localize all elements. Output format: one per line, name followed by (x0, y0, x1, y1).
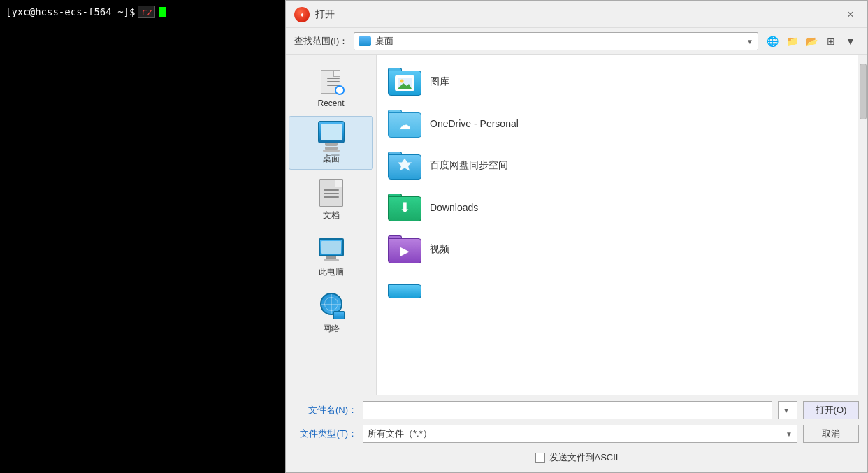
computer-base (324, 259, 339, 261)
ascii-checkbox-label: 发送文件到ASCII (549, 451, 619, 464)
onedrive-folder-graphic: ☁ (388, 110, 421, 138)
network-equator (321, 304, 341, 305)
terminal-prompt-text: [yxc@hcss-ecs-f564 ~]$ (6, 6, 135, 17)
onedrive-cloud-icon: ☁ (398, 117, 411, 133)
baidu-folder-graphic (388, 152, 421, 180)
computer-screen (319, 238, 344, 256)
toolbar-view-icon[interactable]: ⊞ (823, 34, 839, 49)
documents-icon (317, 179, 345, 207)
sidebar-label-computer: 此电脑 (319, 266, 344, 278)
file-item-baidu[interactable]: 百度网盘同步空间 (382, 145, 852, 187)
file-item-onedrive[interactable]: ☁ OneDrive - Personal (382, 103, 852, 145)
file-item-downloads[interactable]: ⬇ Downloads (382, 187, 852, 228)
sidebar: Recent 桌面 (286, 55, 377, 395)
terminal-cursor (159, 7, 166, 17)
filetype-dropdown[interactable]: 所有文件（*.*） ▼ (363, 425, 797, 443)
computer-screen-inner (321, 241, 341, 254)
recent-line-1 (327, 78, 340, 79)
doc-line-1 (324, 189, 339, 191)
recent-line-2 (327, 81, 340, 82)
videos-play-icon: ▶ (400, 243, 410, 259)
titlebar-left: 打开 (294, 7, 335, 22)
close-button[interactable]: × (842, 6, 859, 23)
network-screen-overlay (333, 311, 345, 319)
filename-row: 文件名(N)： ▼ 打开(O) (294, 401, 859, 419)
toolbar-newfolder-icon[interactable]: 📂 (803, 34, 820, 49)
filetype-value: 所有文件（*.*） (368, 428, 786, 440)
filetype-label: 文件类型(T)： (294, 428, 357, 440)
sidebar-label-desktop: 桌面 (323, 153, 340, 165)
videos-name: 视频 (430, 243, 449, 256)
gallery-image-frame (395, 75, 414, 91)
file-list[interactable]: 图库 ☁ OneDrive - Personal (377, 55, 858, 395)
onedrive-name: OneDrive - Personal (430, 118, 519, 129)
sidebar-item-recent[interactable]: Recent (289, 61, 373, 113)
app-logo-icon (294, 7, 310, 22)
doc-lines (324, 189, 339, 200)
sidebar-item-documents[interactable]: 文档 (289, 173, 373, 226)
location-dropdown[interactable]: 桌面 ▼ (354, 32, 758, 50)
partial-folder-icon (388, 275, 421, 308)
file-item-videos[interactable]: ▶ 视频 (382, 228, 852, 270)
gallery-image-svg (398, 78, 412, 89)
downloads-folder-icon: ⬇ (388, 191, 421, 224)
desktop-icon-graphic (318, 121, 345, 143)
open-button[interactable]: 打开(O) (803, 401, 859, 419)
doc-line-3 (324, 196, 339, 198)
file-item-gallery[interactable]: 图库 (382, 61, 852, 103)
baidu-body (388, 154, 421, 180)
baidu-name: 百度网盘同步空间 (430, 159, 508, 172)
sidebar-label-recent: Recent (317, 99, 344, 108)
checkbox-row: 发送文件到ASCII (294, 449, 859, 467)
bottom-section: 文件名(N)： ▼ 打开(O) 文件类型(T)： 所有文件（*.*） ▼ 取消 … (286, 395, 867, 472)
filename-input[interactable] (363, 401, 772, 419)
videos-body: ▶ (388, 238, 421, 263)
sidebar-item-network[interactable]: 网络 (289, 286, 373, 340)
filename-label: 文件名(N)： (294, 404, 357, 416)
filename-dropdown-arrow[interactable]: ▼ (778, 401, 797, 419)
gallery-body (388, 71, 421, 96)
location-text: 桌面 (375, 35, 742, 48)
toolbar-globe-icon[interactable]: 🌐 (764, 34, 781, 49)
location-label: 查找范围(I)： (294, 35, 348, 48)
desktop-icon (317, 122, 345, 150)
location-dropdown-arrow: ▼ (746, 38, 753, 45)
gallery-folder-icon (388, 65, 421, 99)
terminal-command: rz (138, 6, 155, 18)
toolbar-view-arrow[interactable]: ▼ (842, 34, 859, 49)
onedrive-body: ☁ (388, 112, 421, 138)
filename-arrow-icon: ▼ (783, 407, 790, 414)
ascii-checkbox[interactable] (535, 453, 545, 463)
onedrive-folder-icon: ☁ (388, 107, 421, 140)
main-content: Recent 桌面 (286, 55, 867, 395)
file-item-partial[interactable] (382, 270, 852, 312)
recent-icon (317, 68, 345, 96)
svg-point-1 (400, 80, 404, 83)
open-file-dialog: 打开 × 查找范围(I)： 桌面 ▼ 🌐 📁 📂 ⊞ ▼ (285, 0, 868, 473)
network-icon-graphic (318, 293, 345, 319)
toolbar-folder-icon[interactable]: 📁 (783, 34, 800, 49)
toolbar-action-icons: 🌐 📁 📂 ⊞ ▼ (764, 34, 859, 49)
sidebar-label-documents: 文档 (323, 210, 340, 221)
computer-icon-graphic (319, 238, 344, 261)
cancel-button[interactable]: 取消 (803, 425, 859, 443)
videos-folder-icon: ▶ (388, 233, 421, 266)
baidu-svg (396, 157, 413, 174)
videos-folder-graphic: ▶ (388, 235, 421, 263)
partial-body (388, 284, 421, 298)
desktop-base (323, 150, 340, 152)
downloads-arrow-icon: ⬇ (399, 199, 411, 216)
sidebar-item-computer[interactable]: 此电脑 (289, 229, 373, 283)
baidu-folder-icon (388, 149, 421, 182)
downloads-body: ⬇ (388, 196, 421, 221)
toolbar-row: 查找范围(I)： 桌面 ▼ 🌐 📁 📂 ⊞ ▼ (286, 28, 867, 55)
scrollbar-track[interactable] (858, 55, 867, 395)
downloads-folder-graphic: ⬇ (388, 194, 421, 221)
scrollbar-thumb[interactable] (860, 64, 867, 119)
sidebar-item-desktop[interactable]: 桌面 (289, 116, 373, 170)
dialog-titlebar: 打开 × (286, 1, 867, 28)
documents-icon-graphic (319, 179, 343, 207)
baidu-logo-icon (396, 157, 413, 177)
dialog-title: 打开 (315, 8, 335, 21)
network-icon (317, 292, 345, 320)
